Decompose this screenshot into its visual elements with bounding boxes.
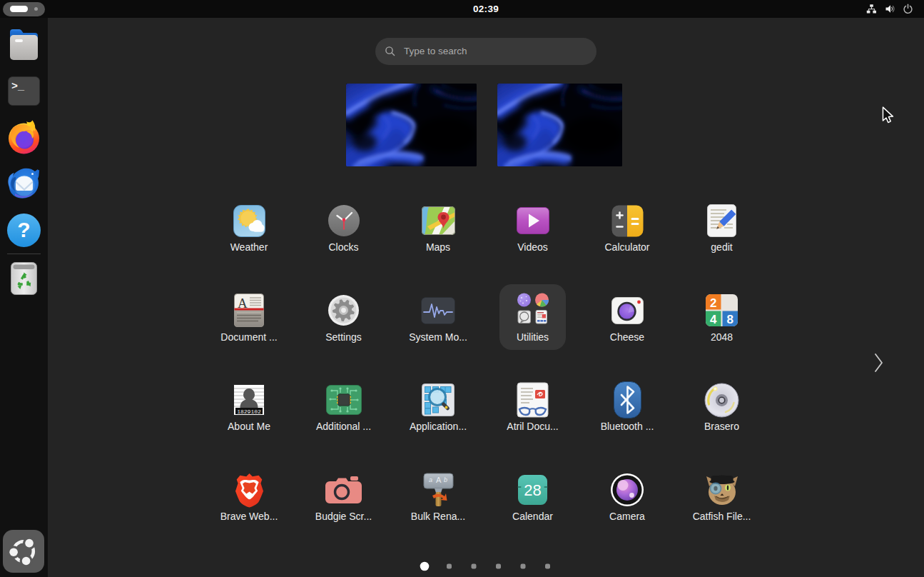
svg-text:b: b bbox=[444, 476, 447, 483]
svg-text:28: 28 bbox=[524, 481, 541, 499]
svg-text:4: 4 bbox=[710, 313, 717, 326]
svg-text:1829102: 1829102 bbox=[237, 408, 261, 415]
svg-text:8: 8 bbox=[726, 313, 733, 326]
svg-text:a: a bbox=[429, 476, 432, 483]
svg-text:>_: >_ bbox=[11, 81, 25, 93]
svg-text:?: ? bbox=[17, 218, 30, 241]
svg-text:2: 2 bbox=[710, 296, 716, 310]
svg-text:A: A bbox=[436, 476, 442, 484]
